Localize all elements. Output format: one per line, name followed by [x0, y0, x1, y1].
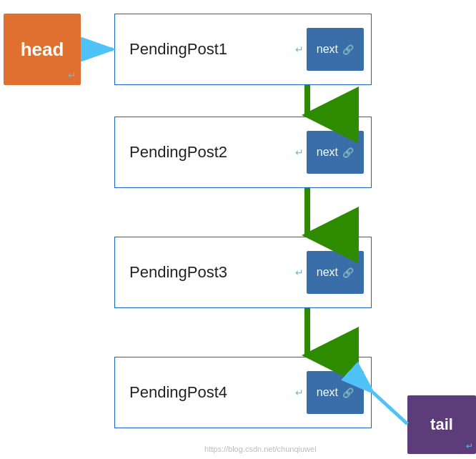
watermark: https://blog.csdn.net/chunqiuwei — [204, 445, 317, 453]
node-2-next-button: next 🔗 — [307, 131, 364, 174]
node-4-next-label: next — [317, 386, 338, 399]
node-2-next-icon: 🔗 — [342, 147, 354, 158]
node-4: PendingPost4 ↵ next 🔗 — [114, 357, 372, 428]
node-2-next-label: next — [317, 146, 338, 159]
node-1-next-label: next — [317, 43, 338, 56]
node-3-next-label: next — [317, 266, 338, 279]
head-enter-icon: ↵ — [68, 69, 76, 81]
node-3-next-button: next 🔗 — [307, 251, 364, 294]
node-4-enter-icon: ↵ — [295, 387, 304, 398]
head-box: head ↵ — [4, 14, 81, 85]
tail-enter-icon: ↵ — [466, 441, 473, 451]
node-1-label: PendingPost1 — [129, 40, 294, 59]
node-3-label: PendingPost3 — [129, 263, 294, 282]
node-4-next-icon: 🔗 — [342, 388, 354, 398]
node-3-next-icon: 🔗 — [342, 267, 354, 278]
node-3-enter-icon: ↵ — [295, 267, 304, 278]
node-1-enter-icon: ↵ — [295, 44, 304, 55]
node-4-next-button: next 🔗 — [307, 371, 364, 414]
tail-label: tail — [430, 415, 453, 434]
arrow-tail-to-node4 — [373, 393, 407, 424]
node-1-next-button: next 🔗 — [307, 28, 364, 71]
head-label: head — [21, 39, 64, 61]
node-2: PendingPost2 ↵ next 🔗 — [114, 117, 372, 188]
node-4-label: PendingPost4 — [129, 383, 294, 402]
diagram-container: head ↵ tail ↵ PendingPost1 ↵ next 🔗 Pend… — [0, 0, 476, 459]
node-1-next-icon: 🔗 — [342, 44, 354, 55]
node-2-enter-icon: ↵ — [295, 147, 304, 158]
tail-box: tail ↵ — [407, 395, 476, 454]
node-1: PendingPost1 ↵ next 🔗 — [114, 14, 372, 85]
node-3: PendingPost3 ↵ next 🔗 — [114, 237, 372, 308]
node-2-label: PendingPost2 — [129, 143, 294, 162]
